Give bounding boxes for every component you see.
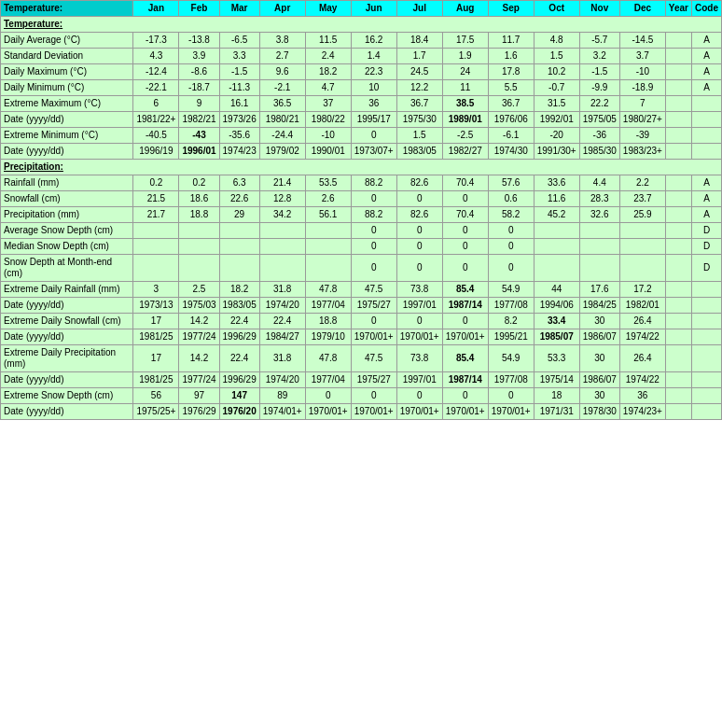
row-label: Precipitation (mm)	[1, 207, 133, 223]
data-cell: 32.6	[579, 207, 619, 223]
data-cell: 0	[396, 255, 442, 282]
data-cell	[259, 255, 305, 282]
data-cell: 22.2	[579, 96, 619, 112]
climate-data-table: Temperature: Jan Feb Mar Apr May Jun Jul…	[0, 0, 722, 420]
data-cell: 1977/24	[179, 372, 219, 388]
col-header-aug: Aug	[442, 1, 488, 17]
data-cell	[219, 223, 259, 239]
code-cell: A	[692, 191, 722, 207]
data-cell: 53.5	[305, 175, 351, 191]
year-cell	[665, 128, 691, 144]
data-cell: 1983/05	[396, 144, 442, 160]
data-cell	[305, 255, 351, 282]
data-cell	[179, 255, 219, 282]
data-cell: 1984/27	[259, 329, 305, 345]
data-cell: 1.5	[396, 128, 442, 144]
data-cell: 1973/07+	[351, 144, 396, 160]
year-cell	[665, 112, 691, 128]
data-cell: 1980/27+	[619, 112, 665, 128]
data-cell: 17.8	[488, 64, 534, 80]
data-cell: -6.5	[219, 33, 259, 49]
data-cell	[534, 223, 579, 239]
code-cell	[692, 282, 722, 298]
row-label: Date (yyyy/dd)	[1, 372, 133, 388]
table-row: Extreme Maximum (°C)6916.136.5373636.738…	[1, 96, 722, 112]
data-cell: 14.2	[179, 345, 219, 372]
year-cell	[665, 80, 691, 96]
data-cell: 16.1	[219, 96, 259, 112]
code-cell: A	[692, 64, 722, 80]
data-cell: 0	[351, 314, 396, 329]
data-cell	[579, 223, 619, 239]
year-cell	[665, 64, 691, 80]
table-row: Precipitation:	[1, 160, 722, 175]
data-cell: 2.4	[305, 49, 351, 64]
table-row: Standard Deviation4.33.93.32.72.41.41.71…	[1, 49, 722, 64]
data-cell: -13.8	[179, 33, 219, 49]
row-label: Date (yyyy/dd)	[1, 404, 133, 420]
data-cell: 11.6	[534, 191, 579, 207]
data-cell: -20	[534, 128, 579, 144]
col-header-code: Code	[692, 1, 722, 17]
data-cell: 22.4	[219, 345, 259, 372]
data-cell: 1970/01+	[351, 404, 396, 420]
year-cell	[665, 33, 691, 49]
year-cell	[665, 239, 691, 255]
col-header-sep: Sep	[488, 1, 534, 17]
data-cell: 24.5	[396, 64, 442, 80]
data-cell: 1996/29	[219, 329, 259, 345]
year-cell	[665, 329, 691, 345]
row-label: Snowfall (cm)	[1, 191, 133, 207]
data-cell	[133, 255, 179, 282]
row-label: Date (yyyy/dd)	[1, 144, 133, 160]
data-cell: 18.8	[305, 314, 351, 329]
data-cell: 1986/07	[579, 372, 619, 388]
data-cell: 1974/20	[259, 298, 305, 314]
data-cell: 56.1	[305, 207, 351, 223]
data-cell: -36	[579, 128, 619, 144]
col-header-jun: Jun	[351, 1, 396, 17]
data-cell: 34.2	[259, 207, 305, 223]
data-cell: 4.8	[534, 33, 579, 49]
data-cell: 1970/01+	[488, 404, 534, 420]
row-label: Extreme Daily Snowfall (cm)	[1, 314, 133, 329]
data-cell: 1978/30	[579, 404, 619, 420]
code-cell	[692, 144, 722, 160]
data-cell: -17.3	[133, 33, 179, 49]
data-cell: 1971/31	[534, 404, 579, 420]
data-cell: 1970/01+	[305, 404, 351, 420]
data-cell: 17.5	[442, 33, 488, 49]
data-cell: 11.5	[305, 33, 351, 49]
data-cell: 22.4	[219, 314, 259, 329]
table-row: Date (yyyy/dd)1975/25+1976/291976/201974…	[1, 404, 722, 420]
year-cell	[665, 372, 691, 388]
data-cell: 82.6	[396, 207, 442, 223]
data-cell: 1977/24	[179, 329, 219, 345]
data-cell: 1982/27	[442, 144, 488, 160]
data-cell: 88.2	[351, 207, 396, 223]
data-cell: 1981/22+	[133, 112, 179, 128]
data-cell: -2.5	[442, 128, 488, 144]
data-cell: 47.5	[351, 345, 396, 372]
code-cell	[692, 372, 722, 388]
data-cell: 23.7	[619, 191, 665, 207]
data-cell: 47.8	[305, 282, 351, 298]
data-cell: 1975/27	[351, 298, 396, 314]
data-cell: 29	[219, 207, 259, 223]
data-cell: 73.8	[396, 345, 442, 372]
col-header-jan: Jan	[133, 1, 179, 17]
data-cell: 0	[488, 223, 534, 239]
data-cell: 54.9	[488, 345, 534, 372]
row-label: Date (yyyy/dd)	[1, 112, 133, 128]
row-label: Rainfall (mm)	[1, 175, 133, 191]
data-cell: 1996/29	[219, 372, 259, 388]
data-cell: 85.4	[442, 345, 488, 372]
data-cell: 16.2	[351, 33, 396, 49]
data-cell: 0	[396, 388, 442, 404]
data-cell: 0	[351, 128, 396, 144]
data-cell: 0	[396, 223, 442, 239]
data-cell: 17.2	[619, 282, 665, 298]
data-cell: 1970/01+	[396, 329, 442, 345]
data-cell: 21.4	[259, 175, 305, 191]
data-cell: 25.9	[619, 207, 665, 223]
